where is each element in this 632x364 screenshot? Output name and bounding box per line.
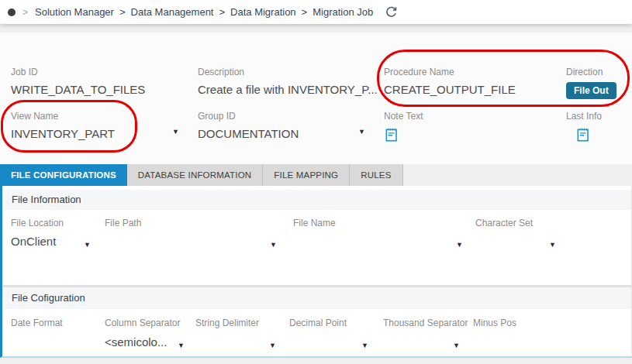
tab-file-mapping[interactable]: FILE MAPPING <box>263 164 350 186</box>
column-separator-value[interactable]: <semicolo... <box>105 335 180 349</box>
description-field: Description Create a file with INVENTORY… <box>198 67 378 96</box>
direction-field: Direction File Out <box>566 67 616 99</box>
string-delimiter-label: String Delimiter <box>195 318 259 328</box>
thousand-separator-dropdown-arrow-icon[interactable]: ▼ <box>453 342 460 349</box>
description-label: Description <box>198 67 378 77</box>
file-location-dropdown-arrow-icon[interactable]: ▼ <box>84 242 91 249</box>
breadcrumb-separator: > <box>119 6 126 18</box>
character-set-dropdown-arrow-icon[interactable]: ▼ <box>549 242 556 249</box>
migration-job-header-form: Job ID WRITE_DATA_TO_FILES Description C… <box>0 33 632 164</box>
character-set-label: Character Set <box>475 218 533 228</box>
direction-label: Direction <box>566 67 616 77</box>
view-name-dropdown-arrow-icon[interactable]: ▼ <box>172 129 179 136</box>
refresh-icon[interactable] <box>385 5 398 19</box>
file-path-dropdown-arrow-icon[interactable]: ▼ <box>270 242 277 249</box>
tab-strip-filler <box>403 164 632 186</box>
tab-database-information[interactable]: DATABASE INFORMATION <box>127 164 263 186</box>
breadcrumb-item-data-management[interactable]: Data Management <box>131 6 214 18</box>
view-name-label: View Name <box>11 111 115 122</box>
breadcrumb: Solution Manager > Data Management > Dat… <box>35 6 373 18</box>
group-id-value[interactable]: DOCUMENTATION <box>198 127 299 140</box>
tab-strip: FILE CONFIGURATIONS DATABASE INFORMATION… <box>0 164 632 186</box>
date-format-label: Date Format <box>11 318 63 328</box>
tab-file-configurations[interactable]: FILE CONFIGURATIONS <box>0 164 127 186</box>
job-id-field: Job ID WRITE_DATA_TO_FILES <box>11 67 145 96</box>
file-path-field: File Path <box>105 218 141 235</box>
note-text-field: Note Text <box>384 111 423 145</box>
last-info-field: Last Info <box>566 111 602 145</box>
breadcrumb-item-data-migration[interactable]: Data Migration <box>230 6 296 18</box>
group-id-dropdown-arrow-icon[interactable]: ▼ <box>358 129 365 136</box>
breadcrumb-bar: > Solution Manager > Data Management > D… <box>0 0 632 24</box>
file-cofiguration-section-header: File Cofiguration <box>2 287 631 309</box>
file-location-value[interactable]: OnClient <box>11 235 64 248</box>
column-separator-label: Column Separator <box>105 318 180 328</box>
breadcrumb-item-solution-manager[interactable]: Solution Manager <box>35 6 114 18</box>
minus-pos-field: Minus Pos <box>473 318 516 335</box>
thousand-separator-field: Thousand Separator <box>383 318 468 335</box>
file-name-field: File Name <box>293 218 336 235</box>
character-set-field: Character Set <box>475 218 533 235</box>
group-id-field: Group ID DOCUMENTATION <box>198 111 299 140</box>
procedure-name-label: Procedure Name <box>384 67 516 77</box>
decimal-point-field: Decimal Point <box>289 318 347 335</box>
breadcrumb-separator: > <box>302 6 308 18</box>
job-id-label: Job ID <box>11 67 145 77</box>
last-info-label: Last Info <box>566 111 602 122</box>
view-name-field: View Name INVENTORY_PART <box>11 111 115 140</box>
file-information-section-header: File Information <box>2 190 631 210</box>
group-id-label: Group ID <box>198 111 299 122</box>
string-delimiter-dropdown-arrow-icon[interactable]: ▼ <box>269 342 276 349</box>
string-delimiter-field: String Delimiter <box>195 318 259 335</box>
note-icon[interactable] <box>385 128 398 145</box>
file-location-label: File Location <box>11 218 64 228</box>
decimal-point-dropdown-arrow-icon[interactable]: ▼ <box>361 342 368 349</box>
procedure-name-value[interactable]: CREATE_OUTPUT_FILE <box>384 83 516 96</box>
file-name-dropdown-arrow-icon[interactable]: ▼ <box>456 242 463 249</box>
procedure-name-field: Procedure Name CREATE_OUTPUT_FILE <box>384 67 516 96</box>
column-separator-dropdown-arrow-icon[interactable]: ▼ <box>178 342 185 349</box>
last-info-note-icon[interactable] <box>577 128 589 145</box>
date-format-field: Date Format <box>11 318 63 335</box>
direction-badge[interactable]: File Out <box>566 82 616 99</box>
tab-rules[interactable]: RULES <box>350 164 402 186</box>
decimal-point-label: Decimal Point <box>289 318 347 328</box>
breadcrumb-separator: > <box>219 6 225 18</box>
thousand-separator-label: Thousand Separator <box>383 318 468 328</box>
minus-pos-label: Minus Pos <box>473 318 516 328</box>
description-value[interactable]: Create a file with INVENTORY_P... <box>198 83 378 96</box>
chevron-right-icon: > <box>22 7 28 18</box>
file-path-label: File Path <box>105 218 141 228</box>
view-name-value[interactable]: INVENTORY_PART <box>11 127 115 140</box>
breadcrumb-item-migration-job[interactable]: Migration Job <box>313 6 373 18</box>
note-text-label: Note Text <box>384 111 423 122</box>
job-id-value[interactable]: WRITE_DATA_TO_FILES <box>11 83 145 96</box>
file-name-label: File Name <box>293 218 336 228</box>
app-menu-dot-icon[interactable] <box>8 9 16 16</box>
file-location-field: File Location OnClient <box>11 218 64 248</box>
column-separator-field: Column Separator <semicolo... <box>105 318 180 349</box>
file-configurations-panel: File Information File Location OnClient … <box>0 186 632 358</box>
